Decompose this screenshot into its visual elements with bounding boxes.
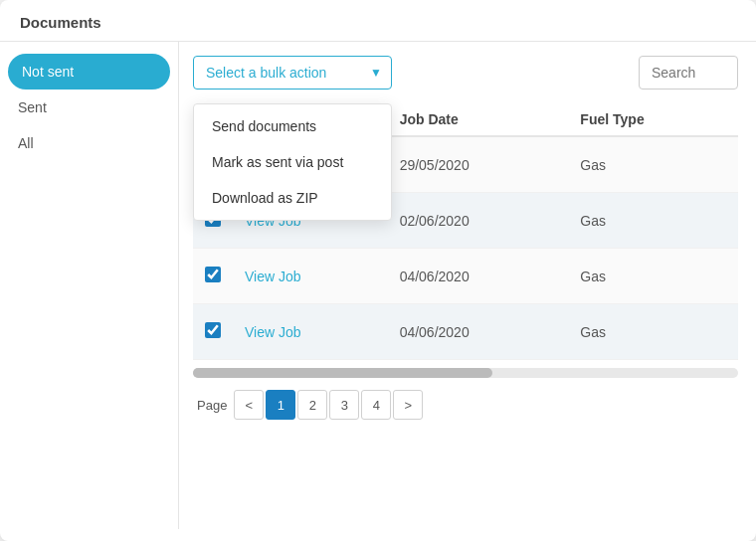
window-title: Documents [0,0,756,42]
checkbox-cell [193,249,233,304]
next-page-button[interactable]: > [393,390,423,420]
col-job-date: Job Date [388,103,569,136]
bulk-action-wrapper: Select a bulk action Send documents Mark… [193,56,392,90]
main-window: Documents Not sent Sent All Select a bul… [0,0,756,541]
main-panel: Select a bulk action Send documents Mark… [179,42,756,529]
page-1-button[interactable]: 1 [266,390,295,420]
checkbox-cell [193,304,233,360]
toolbar: Select a bulk action Send documents Mark… [193,56,738,90]
scrollbar-thumb [193,368,492,378]
dropdown-item-mark-sent[interactable]: Mark as sent via post [194,144,391,180]
job-date-cell: 04/06/2020 [388,249,569,304]
sidebar-item-sent[interactable]: Sent [0,90,178,125]
job-date-cell: 02/06/2020 [388,193,569,249]
view-job-cell: View Job [233,304,388,360]
page-3-button[interactable]: 3 [329,390,359,420]
scrollbar-area[interactable] [193,368,738,378]
job-date-cell: 29/05/2020 [388,136,569,193]
job-date-cell: 04/06/2020 [388,304,569,360]
sidebar: Not sent Sent All [0,42,179,529]
row-checkbox-3[interactable] [205,322,221,338]
dropdown-menu: Send documents Mark as sent via post Dow… [193,103,392,221]
view-job-link[interactable]: View Job [245,324,301,340]
bulk-action-select[interactable]: Select a bulk action Send documents Mark… [193,56,392,90]
pagination-area: Page < 1 2 3 4 > [193,390,738,420]
table-row: View Job04/06/2020Gas [193,304,738,360]
fuel-type-cell: Gas [568,249,738,304]
row-checkbox-2[interactable] [205,267,221,282]
fuel-type-cell: Gas [568,193,738,249]
table-row: View Job04/06/2020Gas [193,249,738,304]
view-job-link[interactable]: View Job [245,269,301,284]
search-input[interactable] [639,56,738,90]
sidebar-item-all[interactable]: All [0,125,178,161]
sidebar-item-not-sent[interactable]: Not sent [8,54,170,90]
content-area: Not sent Sent All Select a bulk action S… [0,42,756,529]
prev-page-button[interactable]: < [234,390,264,420]
dropdown-item-download-zip[interactable]: Download as ZIP [194,180,391,216]
page-2-button[interactable]: 2 [297,390,327,420]
fuel-type-cell: Gas [568,136,738,193]
page-label: Page [197,398,227,413]
page-4-button[interactable]: 4 [361,390,391,420]
dropdown-item-send[interactable]: Send documents [194,108,391,144]
col-fuel-type: Fuel Type [568,103,738,136]
fuel-type-cell: Gas [568,304,738,360]
view-job-cell: View Job [233,249,388,304]
